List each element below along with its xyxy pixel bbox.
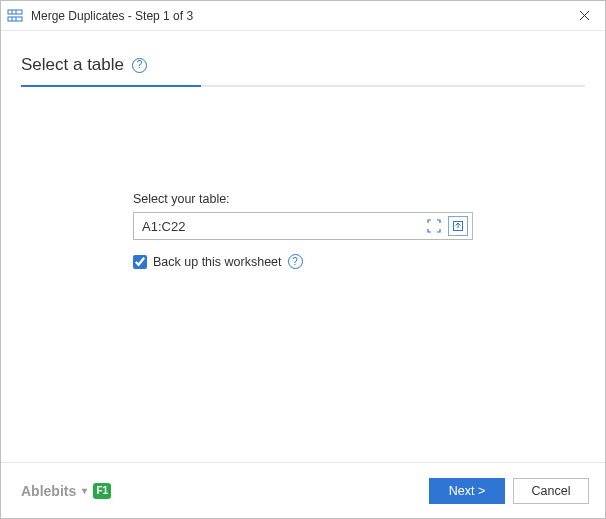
chevron-down-icon: ▾ xyxy=(82,485,87,496)
backup-label: Back up this worksheet xyxy=(153,255,282,269)
cancel-button[interactable]: Cancel xyxy=(513,478,589,504)
help-icon[interactable]: ? xyxy=(288,254,303,269)
body: Select your table: xyxy=(1,97,605,462)
next-button[interactable]: Next > xyxy=(429,478,505,504)
brand-name: Ablebits xyxy=(21,483,76,499)
svg-rect-0 xyxy=(8,10,22,14)
step-progress xyxy=(21,85,585,87)
range-input-wrap xyxy=(133,212,473,240)
f1-help-badge[interactable]: F1 xyxy=(93,483,111,499)
close-button[interactable] xyxy=(563,1,605,31)
collapse-dialog-icon[interactable] xyxy=(448,216,468,236)
footer: Ablebits ▾ F1 Next > Cancel xyxy=(1,462,605,518)
titlebar: Merge Duplicates - Step 1 of 3 xyxy=(1,1,605,31)
page-title: Select a table xyxy=(21,55,124,75)
svg-rect-1 xyxy=(8,17,22,21)
range-input[interactable] xyxy=(134,213,424,239)
app-icon xyxy=(7,8,23,24)
wizard-header: Select a table ? xyxy=(1,31,605,97)
backup-row: Back up this worksheet ? xyxy=(133,254,473,269)
backup-checkbox[interactable] xyxy=(133,255,147,269)
range-input-icons xyxy=(424,216,472,236)
dialog-window: Merge Duplicates - Step 1 of 3 Select a … xyxy=(0,0,606,519)
select-range-icon[interactable] xyxy=(424,216,444,236)
window-title: Merge Duplicates - Step 1 of 3 xyxy=(31,9,563,23)
help-icon[interactable]: ? xyxy=(132,58,147,73)
brand[interactable]: Ablebits ▾ xyxy=(21,483,87,499)
range-label: Select your table: xyxy=(133,192,473,206)
form-area: Select your table: xyxy=(133,192,473,269)
